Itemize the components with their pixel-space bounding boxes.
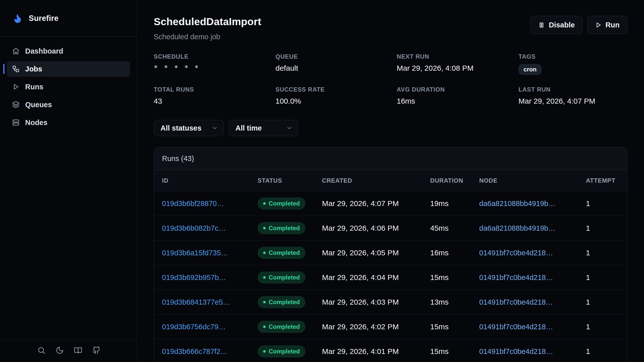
run-filters: All statuses All time [154, 120, 627, 136]
moon-icon[interactable] [56, 346, 64, 354]
stat-avg-duration: AVG DURATION16ms [397, 86, 518, 105]
disable-button-label: Disable [549, 21, 575, 29]
run-created: Mar 29, 2026, 4:01 PM [322, 347, 430, 356]
sidebar-item-jobs[interactable]: Jobs [7, 61, 130, 77]
run-duration: 15ms [430, 273, 479, 282]
table-row: 019d3b6b082b7c…CompletedMar 29, 2026, 4:… [154, 216, 627, 240]
home-icon [12, 47, 20, 55]
sidebar-item-queues[interactable]: Queues [7, 97, 130, 112]
stat-label: QUEUE [275, 53, 397, 60]
node-link[interactable]: 01491bf7c0be4d218… [479, 347, 553, 355]
run-id-link[interactable]: 019d3b6756dc79… [162, 323, 226, 331]
sidebar-item-label: Queues [25, 101, 52, 109]
page-subtitle: Scheduled demo job [154, 33, 261, 41]
stat-label: TAGS [518, 53, 627, 60]
column-header-node: NODE [479, 177, 586, 184]
run-id-link[interactable]: 019d3b6a15fd735… [162, 249, 228, 257]
run-id-link[interactable]: 019d3b666c787f2… [162, 347, 228, 355]
table-row: 019d3b6841377e5…CompletedMar 29, 2026, 4… [154, 290, 627, 314]
run-created: Mar 29, 2026, 4:06 PM [322, 224, 430, 232]
stat-label: SUCCESS RATE [275, 86, 397, 93]
node-link[interactable]: 01491bf7c0be4d218… [479, 249, 553, 257]
sidebar-item-label: Dashboard [25, 47, 63, 55]
column-header-created: CREATED [322, 177, 430, 184]
time-filter-select[interactable]: All time [229, 120, 298, 136]
sidebar-item-label: Nodes [25, 118, 48, 127]
github-icon[interactable] [92, 346, 101, 354]
stat-value: 100.0% [275, 97, 397, 105]
status-badge: Completed [258, 271, 305, 284]
sidebar-nav: DashboardJobsRunsQueuesNodes [0, 37, 137, 339]
runs-card: Runs (43) ID STATUS CREATED DURATION NOD… [154, 147, 627, 362]
search-icon[interactable] [37, 346, 46, 354]
run-attempt: 1 [586, 249, 627, 257]
run-id-link[interactable]: 019d3b6bf28870… [162, 199, 224, 208]
layers-icon [12, 101, 20, 108]
runs-table-body: 019d3b6bf28870…CompletedMar 29, 2026, 4:… [154, 191, 627, 362]
status-dot-icon [263, 350, 266, 353]
stat-value: * * * * * [154, 64, 275, 72]
sidebar: Surefire DashboardJobsRunsQueuesNodes [0, 0, 137, 362]
run-duration: 45ms [430, 224, 479, 232]
stat-label: SCHEDULE [154, 53, 275, 60]
status-dot-icon [263, 276, 266, 279]
column-header-duration: DURATION [430, 177, 479, 184]
pause-icon [538, 22, 545, 28]
stat-label: LAST RUN [518, 86, 627, 93]
page-header: ScheduledDataImport Scheduled demo job D… [154, 0, 627, 41]
stat-value: Mar 29, 2026, 4:08 PM [397, 64, 518, 72]
run-button[interactable]: Run [587, 16, 627, 34]
run-created: Mar 29, 2026, 4:02 PM [322, 323, 430, 331]
column-header-attempt: ATTEMPT [586, 177, 627, 184]
node-link[interactable]: da6a821088bb4919b… [479, 224, 555, 232]
stat-label: TOTAL RUNS [154, 86, 275, 93]
stat-queue: QUEUEdefault [275, 53, 397, 75]
sidebar-item-dashboard[interactable]: Dashboard [7, 43, 130, 59]
column-header-id: ID [162, 177, 258, 184]
sidebar-item-runs[interactable]: Runs [7, 79, 130, 95]
run-duration: 16ms [430, 249, 479, 257]
stat-success-rate: SUCCESS RATE100.0% [275, 86, 397, 105]
run-duration: 15ms [430, 347, 479, 356]
run-duration: 15ms [430, 323, 479, 331]
run-button-label: Run [606, 21, 620, 29]
stat-value: 16ms [397, 97, 518, 105]
status-filter-value: All statuses [160, 124, 202, 132]
run-id-link[interactable]: 019d3b692b957b… [162, 273, 226, 281]
status-dot-icon [263, 227, 266, 229]
stat-label: AVG DURATION [397, 86, 518, 93]
run-created: Mar 29, 2026, 4:03 PM [322, 298, 430, 306]
book-icon[interactable] [74, 346, 82, 354]
sidebar-item-label: Jobs [25, 65, 42, 73]
job-heading: ScheduledDataImport Scheduled demo job [154, 16, 261, 41]
run-attempt: 1 [586, 224, 627, 232]
app-logo[interactable]: Surefire [0, 0, 137, 37]
table-row: 019d3b666c787f2…CompletedMar 29, 2026, 4… [154, 339, 627, 362]
status-dot-icon [263, 326, 266, 328]
main-content: ScheduledDataImport Scheduled demo job D… [137, 0, 644, 362]
node-link[interactable]: da6a821088bb4919b… [479, 199, 555, 208]
run-attempt: 1 [586, 347, 627, 356]
job-stats-grid: SCHEDULE* * * * *QUEUEdefaultNEXT RUNMar… [154, 53, 627, 105]
page-title: ScheduledDataImport [154, 16, 261, 28]
run-attempt: 1 [586, 199, 627, 208]
stat-last-run: LAST RUNMar 29, 2026, 4:07 PM [518, 86, 627, 105]
status-filter-select[interactable]: All statuses [154, 120, 224, 136]
run-created: Mar 29, 2026, 4:04 PM [322, 273, 430, 282]
status-badge: Completed [258, 321, 305, 333]
disable-button[interactable]: Disable [530, 16, 582, 34]
node-link[interactable]: 01491bf7c0be4d218… [479, 273, 553, 281]
status-dot-icon [263, 202, 266, 205]
runs-card-title: Runs (43) [154, 147, 627, 170]
play-icon [595, 22, 602, 28]
run-id-link[interactable]: 019d3b6841377e5… [162, 298, 230, 306]
chevron-down-icon [286, 125, 292, 131]
sidebar-item-nodes[interactable]: Nodes [7, 115, 130, 130]
table-row: 019d3b6a15fd735…CompletedMar 29, 2026, 4… [154, 240, 627, 265]
status-badge: Completed [258, 345, 305, 357]
run-id-link[interactable]: 019d3b6b082b7c… [162, 224, 226, 232]
node-link[interactable]: 01491bf7c0be4d218… [479, 298, 553, 306]
status-badge: Completed [258, 247, 305, 259]
table-row: 019d3b6756dc79…CompletedMar 29, 2026, 4:… [154, 314, 627, 339]
node-link[interactable]: 01491bf7c0be4d218… [479, 323, 553, 331]
